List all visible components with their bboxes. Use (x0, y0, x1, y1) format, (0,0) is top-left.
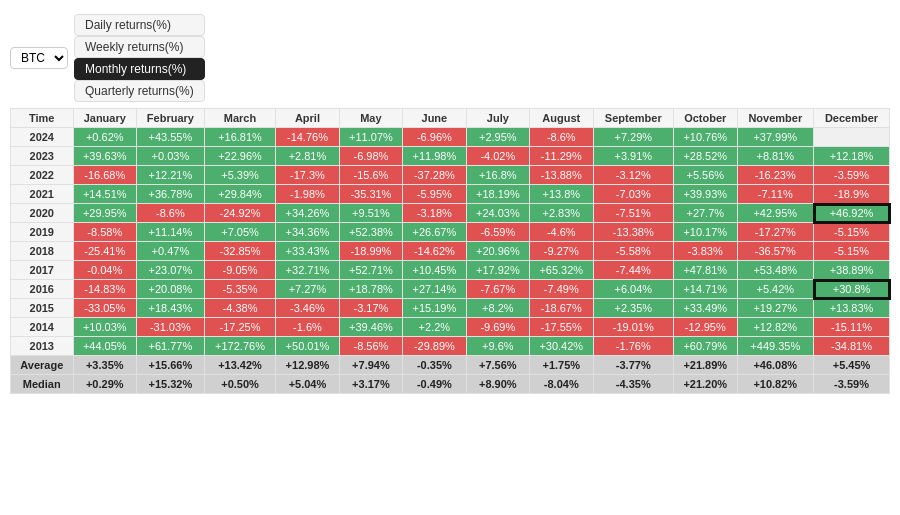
data-cell: -5.95% (403, 185, 466, 204)
data-cell: +53.48% (737, 261, 814, 280)
data-cell: +5.39% (204, 166, 275, 185)
data-cell: -35.31% (339, 185, 402, 204)
data-cell: +6.04% (593, 280, 674, 299)
tab-daily-returns---[interactable]: Daily returns(%) (74, 14, 205, 36)
tabs-row: BTC Daily returns(%)Weekly returns(%)Mon… (10, 14, 890, 102)
data-cell: -7.67% (466, 280, 529, 299)
data-cell: +14.71% (674, 280, 737, 299)
median-cell: +15.32% (136, 375, 204, 394)
table-row: 2022-16.68%+12.21%+5.39%-17.3%-15.6%-37.… (11, 166, 890, 185)
btc-selector[interactable]: BTC (10, 47, 68, 69)
year-cell: 2017 (11, 261, 74, 280)
median-cell: +8.90% (466, 375, 529, 394)
data-cell: +5.56% (674, 166, 737, 185)
average-cell: +12.98% (276, 356, 339, 375)
data-cell: +29.95% (73, 204, 136, 223)
data-cell: -13.38% (593, 223, 674, 242)
col-header-august: August (530, 109, 593, 128)
data-cell: -7.44% (593, 261, 674, 280)
data-cell: -3.18% (403, 204, 466, 223)
table-row: 2021+14.51%+36.78%+29.84%-1.98%-35.31%-5… (11, 185, 890, 204)
data-cell: +38.89% (814, 261, 890, 280)
table-row: 2014+10.03%-31.03%-17.25%-1.6%+39.46%+2.… (11, 318, 890, 337)
data-cell: +46.92% (814, 204, 890, 223)
average-cell: +1.75% (530, 356, 593, 375)
median-cell: +0.50% (204, 375, 275, 394)
table-row: 2016-14.83%+20.08%-5.35%+7.27%+18.78%+27… (11, 280, 890, 299)
data-cell: +7.27% (276, 280, 339, 299)
data-cell: -4.02% (466, 147, 529, 166)
data-cell: -18.99% (339, 242, 402, 261)
data-cell: -18.67% (530, 299, 593, 318)
data-cell: -1.76% (593, 337, 674, 356)
data-cell: +16.81% (204, 128, 275, 147)
data-cell: -17.55% (530, 318, 593, 337)
col-header-april: April (276, 109, 339, 128)
table-body: 2024+0.62%+43.55%+16.81%-14.76%+11.07%-6… (11, 128, 890, 394)
data-cell: -9.69% (466, 318, 529, 337)
data-cell: -12.95% (674, 318, 737, 337)
data-cell: -36.57% (737, 242, 814, 261)
data-cell: -7.11% (737, 185, 814, 204)
data-cell: -25.41% (73, 242, 136, 261)
data-cell: -31.03% (136, 318, 204, 337)
table-row: 2015-33.05%+18.43%-4.38%-3.46%-3.17%+15.… (11, 299, 890, 318)
data-cell: +9.6% (466, 337, 529, 356)
data-cell: -7.49% (530, 280, 593, 299)
year-cell: 2024 (11, 128, 74, 147)
data-cell: +3.91% (593, 147, 674, 166)
col-header-november: November (737, 109, 814, 128)
year-cell: 2014 (11, 318, 74, 337)
average-cell: +13.42% (204, 356, 275, 375)
year-cell: 2023 (11, 147, 74, 166)
data-cell: +28.52% (674, 147, 737, 166)
average-row: Average+3.35%+15.66%+13.42%+12.98%+7.94%… (11, 356, 890, 375)
data-cell: +29.84% (204, 185, 275, 204)
data-cell: -14.76% (276, 128, 339, 147)
data-cell: +61.77% (136, 337, 204, 356)
median-label: Median (11, 375, 74, 394)
data-cell: -15.11% (814, 318, 890, 337)
data-cell: -7.03% (593, 185, 674, 204)
col-header-february: February (136, 109, 204, 128)
average-cell: +7.94% (339, 356, 402, 375)
data-cell: +2.83% (530, 204, 593, 223)
data-cell: +16.8% (466, 166, 529, 185)
data-cell: +47.81% (674, 261, 737, 280)
data-cell: +20.96% (466, 242, 529, 261)
data-cell: -16.68% (73, 166, 136, 185)
data-cell: -18.9% (814, 185, 890, 204)
col-header-time: Time (11, 109, 74, 128)
table-row: 2024+0.62%+43.55%+16.81%-14.76%+11.07%-6… (11, 128, 890, 147)
data-cell: +10.03% (73, 318, 136, 337)
data-cell: -3.12% (593, 166, 674, 185)
year-cell: 2015 (11, 299, 74, 318)
tab-weekly-returns---[interactable]: Weekly returns(%) (74, 36, 205, 58)
median-cell: +5.04% (276, 375, 339, 394)
data-cell: -19.01% (593, 318, 674, 337)
data-cell: +30.42% (530, 337, 593, 356)
data-cell: +27.7% (674, 204, 737, 223)
data-cell: +42.95% (737, 204, 814, 223)
table-row: 2020+29.95%-8.6%-24.92%+34.26%+9.51%-3.1… (11, 204, 890, 223)
data-cell: +5.42% (737, 280, 814, 299)
median-cell: +21.20% (674, 375, 737, 394)
data-cell: -3.83% (674, 242, 737, 261)
data-cell: +26.67% (403, 223, 466, 242)
tab-quarterly-returns---[interactable]: Quarterly returns(%) (74, 80, 205, 102)
col-header-may: May (339, 109, 402, 128)
data-cell: +12.21% (136, 166, 204, 185)
tab-monthly-returns---[interactable]: Monthly returns(%) (74, 58, 205, 80)
data-cell: +12.82% (737, 318, 814, 337)
median-cell: -0.49% (403, 375, 466, 394)
data-cell: -3.17% (339, 299, 402, 318)
median-row: Median+0.29%+15.32%+0.50%+5.04%+3.17%-0.… (11, 375, 890, 394)
data-cell: +13.83% (814, 299, 890, 318)
data-cell: -9.27% (530, 242, 593, 261)
data-cell: -8.6% (136, 204, 204, 223)
col-header-january: January (73, 109, 136, 128)
average-cell: +7.56% (466, 356, 529, 375)
table-row: 2023+39.63%+0.03%+22.96%+2.81%-6.98%+11.… (11, 147, 890, 166)
data-cell: +39.46% (339, 318, 402, 337)
year-cell: 2019 (11, 223, 74, 242)
